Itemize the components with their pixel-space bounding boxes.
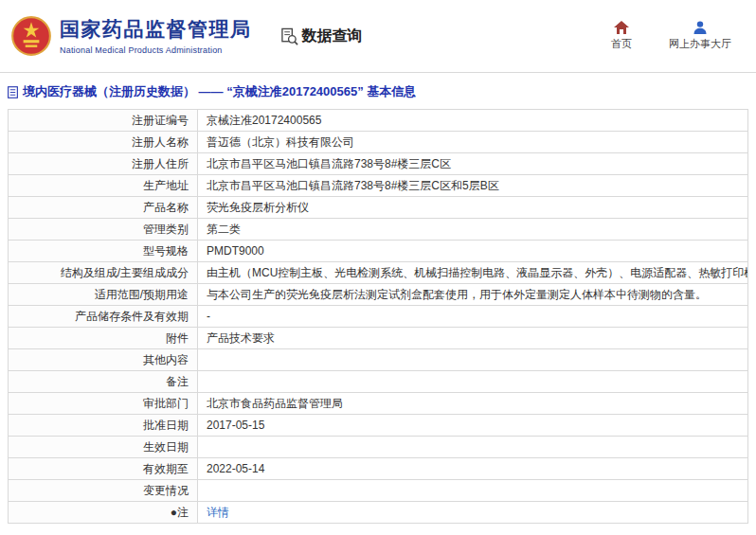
row-value [198, 437, 748, 458]
detail-link[interactable]: 详情 [207, 506, 229, 519]
agency-title-block: 国家药品监督管理局 National Medical Products Admi… [60, 17, 252, 54]
row-label: 生效日期 [9, 437, 198, 458]
table-row: 注册人名称普迈德（北京）科技有限公司 [9, 132, 748, 153]
info-table-body: 注册证编号京械注准20172400565注册人名称普迈德（北京）科技有限公司注册… [9, 110, 748, 524]
table-row: 审批部门北京市食品药品监督管理局 [9, 393, 748, 415]
row-value: 2017-05-15 [198, 415, 748, 437]
row-value: - [198, 306, 748, 328]
table-row: 管理类别第二类 [9, 219, 748, 241]
nav-online-service-hall[interactable]: 网上办事大厅 [669, 21, 731, 51]
table-row: 批准日期2017-05-15 [9, 415, 748, 437]
page-title: 境内医疗器械（注册历史数据） —— “京械注准20172400565” 基本信息 [23, 83, 416, 100]
agency-name-en: National Medical Products Administration [60, 45, 252, 55]
site-header: 国家药品监督管理局 National Medical Products Admi… [0, 0, 756, 72]
table-row: 生产地址北京市昌平区马池口镇昌流路738号8#楼三层C区和5层B区 [9, 175, 748, 197]
national-emblem-icon [11, 14, 51, 58]
row-label: 型号规格 [9, 241, 198, 262]
row-value [198, 349, 748, 371]
row-label: 注册人住所 [9, 153, 198, 175]
row-label: 有效期至 [9, 458, 198, 480]
top-nav: 首页 网上办事大厅 [601, 21, 731, 51]
table-row: 结构及组成/主要组成成分由主机（MCU控制主板、光电检测系统、机械扫描控制电路、… [9, 262, 748, 284]
data-query-icon [280, 27, 298, 45]
row-value: 北京市昌平区马池口镇昌流路738号8#楼三层C区和5层B区 [198, 175, 748, 197]
person-icon [693, 21, 708, 34]
row-label: 审批部门 [9, 393, 198, 415]
row-value: 普迈德（北京）科技有限公司 [198, 132, 748, 153]
row-value: 京械注准20172400565 [198, 110, 748, 132]
table-row: 型号规格PMDT9000 [9, 241, 748, 262]
row-value: PMDT9000 [198, 241, 748, 262]
national-emblem [11, 14, 51, 58]
row-label: ●注 [9, 502, 198, 524]
table-row: 附件产品技术要求 [9, 328, 748, 349]
row-label: 备注 [9, 371, 198, 393]
row-label: 变更情况 [9, 480, 198, 502]
agency-name: 国家药品监督管理局 [60, 17, 252, 42]
row-label: 注册人名称 [9, 132, 198, 153]
data-query-section[interactable]: 数据查询 [280, 27, 363, 46]
row-label: 附件 [9, 328, 198, 349]
registration-info-table: 注册证编号京械注准20172400565注册人名称普迈德（北京）科技有限公司注册… [8, 109, 748, 524]
row-label: 产品名称 [9, 197, 198, 219]
row-value: 由主机（MCU控制主板、光电检测系统、机械扫描控制电路、液晶显示器、外壳）、电源… [198, 262, 748, 284]
table-row: 有效期至2022-05-14 [9, 458, 748, 480]
data-query-label: 数据查询 [302, 27, 363, 46]
row-label: 结构及组成/主要组成成分 [9, 262, 198, 284]
table-row: 适用范围/预期用途与本公司生产的荧光免疫层析法测定试剂盒配套使用，用于体外定量测… [9, 284, 748, 306]
row-value: 与本公司生产的荧光免疫层析法测定试剂盒配套使用，用于体外定量测定人体样本中待测物… [198, 284, 748, 306]
table-row: 产品储存条件及有效期- [9, 306, 748, 328]
table-row: 其他内容 [9, 349, 748, 371]
document-icon [8, 86, 18, 98]
table-row: 变更情况 [9, 480, 748, 502]
row-value: 2022-05-14 [198, 458, 748, 480]
row-label: 其他内容 [9, 349, 198, 371]
table-row: 生效日期 [9, 437, 748, 458]
row-label: 管理类别 [9, 219, 198, 241]
table-row: 注册人住所北京市昌平区马池口镇昌流路738号8#楼三层C区 [9, 153, 748, 175]
row-value: 荧光免疫层析分析仪 [198, 197, 748, 219]
row-label: 注册证编号 [9, 110, 198, 132]
row-value [198, 480, 748, 502]
row-label: 批准日期 [9, 415, 198, 437]
row-value: 详情 [198, 502, 748, 524]
nav-home[interactable]: 首页 [601, 21, 642, 51]
nav-online-service-hall-label: 网上办事大厅 [669, 37, 731, 51]
row-label: 产品储存条件及有效期 [9, 306, 198, 328]
row-value: 产品技术要求 [198, 328, 748, 349]
row-value: 第二类 [198, 219, 748, 241]
table-row: 备注 [9, 371, 748, 393]
table-row: ●注详情 [9, 502, 748, 524]
row-value: 北京市昌平区马池口镇昌流路738号8#楼三层C区 [198, 153, 748, 175]
row-value: 北京市食品药品监督管理局 [198, 393, 748, 415]
page-title-row: 境内医疗器械（注册历史数据） —— “京械注准20172400565” 基本信息 [0, 73, 756, 109]
table-row: 注册证编号京械注准20172400565 [9, 110, 748, 132]
home-icon [614, 21, 629, 34]
row-value [198, 371, 748, 393]
row-label: 适用范围/预期用途 [9, 284, 198, 306]
table-row: 产品名称荧光免疫层析分析仪 [9, 197, 748, 219]
nav-home-label: 首页 [611, 37, 632, 51]
row-label: 生产地址 [9, 175, 198, 197]
